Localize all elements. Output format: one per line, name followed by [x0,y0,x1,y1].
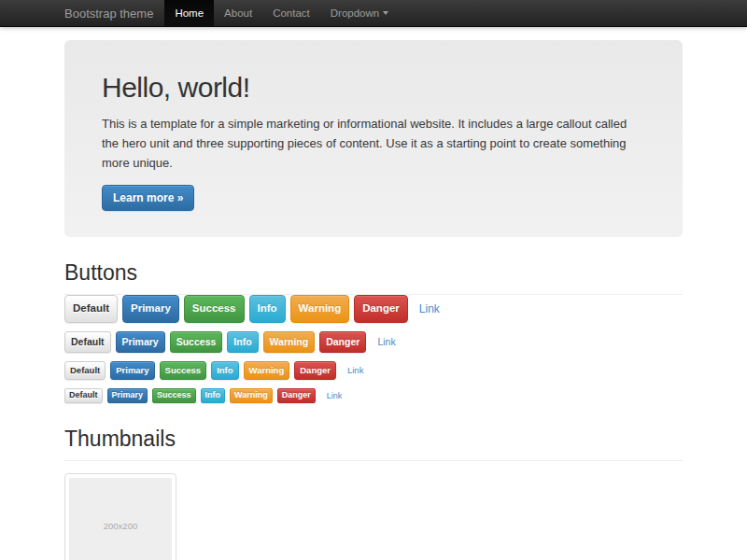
learn-more-button[interactable]: Learn more » [102,185,194,211]
info-button-lg[interactable]: Info [249,295,286,323]
nav-item-home[interactable]: Home [164,0,214,26]
nav-item-contact[interactable]: Contact [262,0,320,26]
danger-button-xs[interactable]: Danger [277,388,316,403]
link-button-lg[interactable]: Link [419,302,440,315]
buttons-section-header: Buttons [64,260,683,295]
hero-description: This is a template for a simple marketin… [102,114,645,173]
default-button-xs[interactable]: Default [64,388,103,403]
primary-button-sm[interactable]: Primary [110,361,154,380]
primary-button-xs[interactable]: Primary [107,388,148,403]
navbar-brand[interactable]: Bootstrap theme [64,0,164,26]
warning-button-lg[interactable]: Warning [290,295,350,323]
hero-title: Hello, world! [102,74,645,102]
success-button-md[interactable]: Success [170,331,223,354]
thumbnail-link[interactable]: 200x200 [64,473,176,560]
button-row-extra-small: Default Primary Success Info Warning Dan… [64,388,683,403]
default-button-sm[interactable]: Default [64,361,106,380]
nav-item-home-label: Home [175,0,204,27]
info-button-xs[interactable]: Info [201,388,226,403]
button-row-default: Default Primary Success Info Warning Dan… [64,331,683,354]
caret-down-icon [383,11,388,15]
warning-button-sm[interactable]: Warning [244,361,290,380]
link-button-sm[interactable]: Link [347,365,363,375]
danger-button-md[interactable]: Danger [319,331,366,354]
success-button-xs[interactable]: Success [152,388,196,403]
default-button-md[interactable]: Default [64,331,111,354]
success-button-sm[interactable]: Success [160,361,207,380]
info-button-md[interactable]: Info [227,331,258,354]
placeholder-image-label: 200x200 [104,521,137,531]
primary-button-lg[interactable]: Primary [122,295,179,323]
link-button-xs[interactable]: Link [327,391,343,400]
top-navbar: Bootstrap theme Home About Contact Dropd… [0,0,747,27]
success-button-lg[interactable]: Success [184,295,245,323]
placeholder-image: 200x200 [69,478,172,560]
info-button-sm[interactable]: Info [211,361,238,380]
link-button-md[interactable]: Link [377,336,395,347]
thumbnails-section-header: Thumbnails [64,427,683,461]
navbar-menu: Home About Contact Dropdown [164,0,399,26]
warning-button-md[interactable]: Warning [263,331,316,354]
nav-item-about[interactable]: About [214,0,262,26]
thumbnails-section-title: Thumbnails [64,427,683,452]
button-row-small: Default Primary Success Info Warning Dan… [64,361,683,380]
default-button-lg[interactable]: Default [64,295,118,323]
buttons-section-title: Buttons [64,260,683,286]
button-row-large: Default Primary Success Info Warning Dan… [64,295,683,323]
danger-button-sm[interactable]: Danger [294,361,336,380]
warning-button-xs[interactable]: Warning [230,388,273,403]
danger-button-lg[interactable]: Danger [354,295,408,323]
primary-button-md[interactable]: Primary [116,331,165,354]
nav-item-about-label: About [224,0,252,27]
nav-item-dropdown[interactable]: Dropdown [320,0,399,26]
nav-item-dropdown-label: Dropdown [331,0,379,27]
nav-item-contact-label: Contact [273,0,310,27]
jumbotron: Hello, world! This is a template for a s… [64,40,683,237]
